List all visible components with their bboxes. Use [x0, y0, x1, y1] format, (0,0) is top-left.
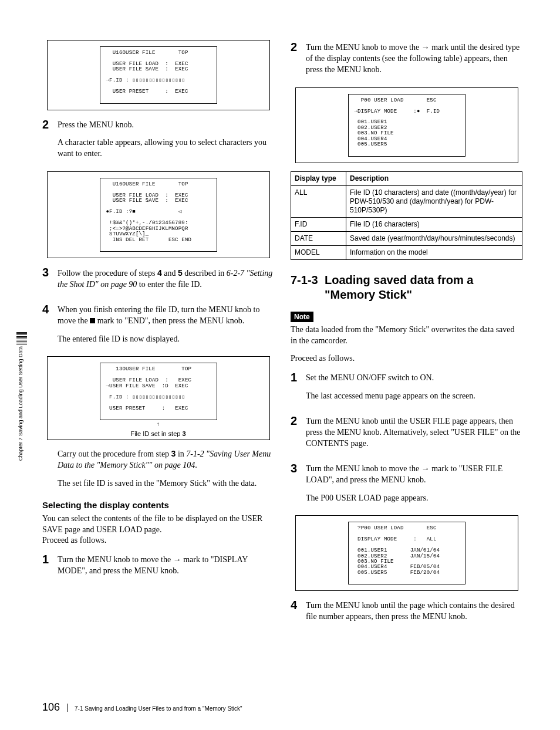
step-number: 1	[42, 553, 58, 565]
screen-a-content: P00 USER LOAD ESC →DISPLAY MODE :● F.ID …	[348, 94, 465, 157]
stop-icon	[90, 318, 95, 323]
footer-section: 7-1 Saving and Loading User Files to and…	[75, 705, 242, 712]
step-text: Follow the procedure of steps 4 and 5 de…	[58, 268, 274, 290]
step-text: Press the MENU knob.	[58, 120, 274, 131]
proceed-text: Proceed as follows.	[291, 353, 522, 364]
section-title: Loading saved data from a "Memory Stick"	[325, 273, 522, 302]
side-bars-decoration	[16, 332, 27, 345]
note-text: The data loaded from the "Memory Stick" …	[291, 325, 522, 347]
step-3-follow-procedure: 3 Follow the procedure of steps 4 and 5 …	[42, 266, 274, 298]
subhead-paragraph: You can select the contents of the file …	[42, 513, 274, 547]
set-file-paragraph: The set file ID is saved in the "Memory …	[58, 478, 274, 489]
screen-box-1: U16OUSER FILE TOP USER FILE LOAD : EXEC …	[47, 40, 270, 110]
step-text: Turn the MENU knob to move the → mark to…	[306, 464, 522, 486]
step-number: 2	[291, 415, 306, 427]
step-number: 4	[291, 599, 306, 611]
table-cell-type: ALL	[291, 185, 346, 217]
screen-3-pointer: ↑	[51, 421, 266, 428]
step-s1: 1 Set the MENU ON/OFF switch to ON. The …	[291, 371, 522, 409]
table-row: F.IDFile ID (16 characters)	[291, 217, 522, 231]
step-s2: 2 Turn the MENU knob until the USER FILE…	[291, 415, 522, 457]
step-number: 2	[42, 119, 58, 130]
step-text: Turn the MENU knob until the USER FILE p…	[306, 416, 522, 450]
table-row: DATESaved date (year/month/day/hours/min…	[291, 231, 522, 245]
screen-3-caption: File ID set in step 3	[51, 430, 266, 437]
step-text: Set the MENU ON/OFF switch to ON.	[306, 373, 522, 384]
step-number: 3	[42, 266, 58, 278]
step-text: Turn the MENU knob to move the → mark un…	[306, 42, 522, 76]
step-4-finish-entering: 4 When you finish entering the file ID, …	[42, 303, 274, 352]
step-number: 4	[42, 303, 58, 315]
side-chapter-label: Chapter 7 Saving and Loading User Settin…	[18, 346, 23, 461]
section-7-1-3-heading: 7-1-3 Loading saved data from a "Memory …	[291, 273, 522, 302]
step-s4: 4 Turn the MENU knob until the page whic…	[291, 599, 522, 630]
note-badge: Note	[291, 312, 313, 322]
carry-out-paragraph: Carry out the procedure from step 3 in 7…	[58, 448, 274, 471]
step-text: Turn the MENU knob until the page which …	[306, 600, 522, 623]
step-b1-turn-knob: 1 Turn the MENU knob to move the → mark …	[42, 553, 274, 584]
screen-box-3: 13OUSER FILE TOP USER FILE LOAD : EXEC →…	[47, 356, 270, 440]
table-cell-desc: Information on the model	[346, 245, 522, 259]
table-cell-type: MODEL	[291, 245, 346, 259]
right-column: 2 Turn the MENU knob to move the → mark …	[291, 35, 522, 632]
table-cell-type: F.ID	[291, 217, 346, 231]
step-followup: A character table appears, allowing you …	[58, 137, 274, 160]
step-followup: The entered file ID is now displayed.	[58, 334, 274, 345]
table-cell-type: DATE	[291, 231, 346, 245]
table-row: MODELInformation on the model	[291, 245, 522, 259]
display-type-table: Display type Description ALLFile ID (10 …	[291, 171, 522, 260]
step-followup: The last accessed menu page appears on t…	[306, 391, 522, 402]
step-number: 3	[291, 462, 306, 474]
screen-2-content: U16OUSER FILE TOP USER FILE LOAD : EXEC …	[100, 178, 217, 252]
left-column: U16OUSER FILE TOP USER FILE LOAD : EXEC …	[42, 35, 274, 632]
table-header: Display type	[291, 171, 346, 185]
table-cell-desc: File ID (16 characters)	[346, 217, 522, 231]
table-header-row: Display type Description	[291, 171, 522, 185]
page-number: 106	[42, 701, 60, 714]
subhead-selecting-display: Selecting the display contents	[42, 500, 274, 510]
table-header: Description	[346, 171, 522, 185]
main-two-column-layout: U16OUSER FILE TOP USER FILE LOAD : EXEC …	[42, 35, 525, 632]
screen-b-content: ?P00 USER LOAD ESC DISPLAY MODE : ALL 00…	[348, 522, 465, 584]
step-2-press-knob: 2 Press the MENU knob. A character table…	[42, 119, 274, 167]
step-s3: 3 Turn the MENU knob to move the → mark …	[291, 462, 522, 511]
screen-box-2: U16OUSER FILE TOP USER FILE LOAD : EXEC …	[47, 171, 270, 258]
step-number: 2	[291, 41, 306, 53]
screen-1-content: U16OUSER FILE TOP USER FILE LOAD : EXEC …	[100, 46, 217, 104]
step-followup: The P00 USER LOAD page appears.	[306, 493, 522, 504]
step-text: Turn the MENU knob to move the → mark to…	[58, 555, 274, 577]
footer-divider	[67, 704, 68, 712]
step-number: 1	[291, 371, 306, 383]
screen-3-content: 13OUSER FILE TOP USER FILE LOAD : EXEC →…	[100, 363, 217, 420]
screen-box-b: ?P00 USER LOAD ESC DISPLAY MODE : ALL 00…	[295, 515, 518, 591]
table-cell-desc: Saved date (year/month/day/hours/minutes…	[346, 231, 522, 245]
screen-box-a: P00 USER LOAD ESC →DISPLAY MODE :● F.ID …	[295, 87, 518, 163]
step-text: When you finish entering the file ID, tu…	[58, 305, 274, 327]
table-row: ALLFile ID (10 characters) and date ((mo…	[291, 185, 522, 217]
section-number: 7-1-3	[291, 273, 325, 302]
page-footer: 106 7-1 Saving and Loading User Files to…	[42, 701, 242, 714]
table-cell-desc: File ID (10 characters) and date ((month…	[346, 185, 522, 217]
step-r2-turn-knob: 2 Turn the MENU knob to move the → mark …	[291, 41, 522, 83]
